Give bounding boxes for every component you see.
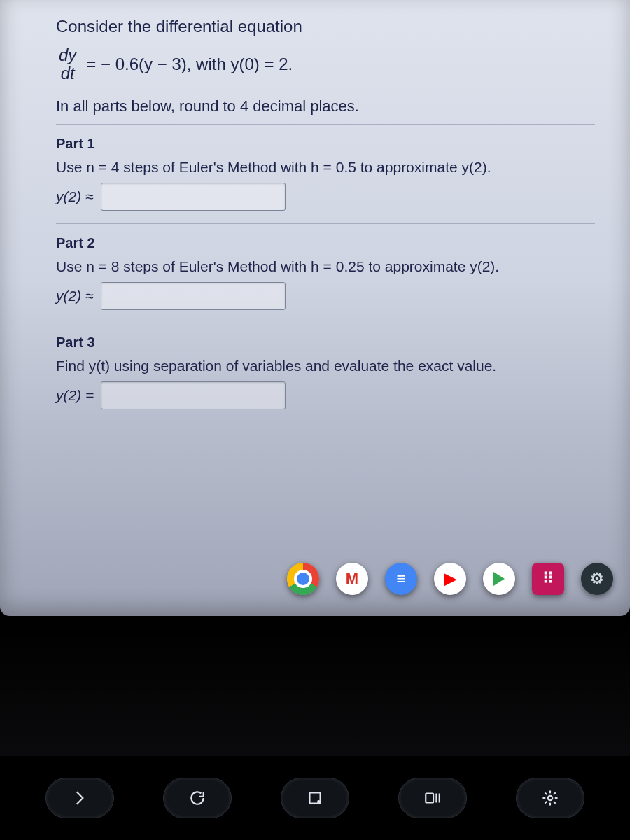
part-3-answer-label: y(2) = <box>56 387 94 404</box>
games-icon[interactable]: ⠿ <box>532 563 564 595</box>
docs-icon[interactable]: ≡ <box>385 563 417 595</box>
chrome-icon[interactable] <box>287 563 319 595</box>
keyboard-top-row <box>0 756 630 840</box>
settings-icon[interactable]: ⚙ <box>581 563 613 595</box>
part-2-heading: Part 2 <box>56 235 595 251</box>
rounding-instruction: In all parts below, round to 4 decimal p… <box>56 97 595 115</box>
svg-marker-0 <box>493 572 505 586</box>
fullscreen-key[interactable] <box>281 778 349 818</box>
fraction-dy-dt: dy dt <box>56 46 79 82</box>
overview-key[interactable] <box>398 778 467 818</box>
part-1-answer-row: y(2) ≈ <box>56 183 595 211</box>
differential-equation: dy dt = − 0.6(y − 3), with y(0) = 2. <box>56 46 595 82</box>
part-3-answer-input[interactable] <box>101 382 286 410</box>
part-2-body: Use n = 8 steps of Euler's Method with h… <box>56 258 595 275</box>
part-3-heading: Part 3 <box>56 335 595 351</box>
svg-line-13 <box>545 802 547 803</box>
part-2-answer-input[interactable] <box>101 282 286 310</box>
part-1-heading: Part 1 <box>56 136 595 152</box>
equation-rhs: = − 0.6(y − 3), with y(0) = 2. <box>86 55 293 74</box>
svg-point-6 <box>548 796 553 801</box>
part-2-answer-row: y(2) ≈ <box>56 282 595 310</box>
divider <box>56 124 595 125</box>
app-shelf: M ≡ ▶ ⠿ ⚙ <box>0 554 630 603</box>
play-store-icon[interactable] <box>483 563 515 595</box>
gmail-icon[interactable]: M <box>336 563 368 595</box>
part-3-answer-row: y(2) = <box>56 382 595 410</box>
screen-area: Consider the differential equation dy dt… <box>0 0 630 616</box>
fraction-numerator: dy <box>56 46 79 64</box>
youtube-icon[interactable]: ▶ <box>434 563 466 595</box>
svg-point-2 <box>318 801 320 803</box>
question-content: Consider the differential equation dy dt… <box>0 0 630 410</box>
svg-line-11 <box>545 793 547 794</box>
svg-line-12 <box>554 802 555 803</box>
question-prompt: Consider the differential equation <box>56 17 595 36</box>
svg-line-14 <box>554 793 555 794</box>
part-1-answer-input[interactable] <box>101 183 286 211</box>
divider <box>56 223 595 224</box>
brightness-down-key[interactable] <box>516 778 584 818</box>
part-1-answer-label: y(2) ≈ <box>56 188 94 205</box>
forward-key[interactable] <box>46 778 114 818</box>
divider <box>56 323 595 323</box>
reload-key[interactable] <box>163 778 232 818</box>
fraction-denominator: dt <box>58 64 78 82</box>
svg-rect-3 <box>426 794 433 803</box>
laptop-bezel <box>0 616 630 756</box>
part-3-body: Find y(t) using separation of variables … <box>56 358 595 374</box>
part-1-body: Use n = 4 steps of Euler's Method with h… <box>56 159 595 176</box>
part-2-answer-label: y(2) ≈ <box>56 288 94 304</box>
